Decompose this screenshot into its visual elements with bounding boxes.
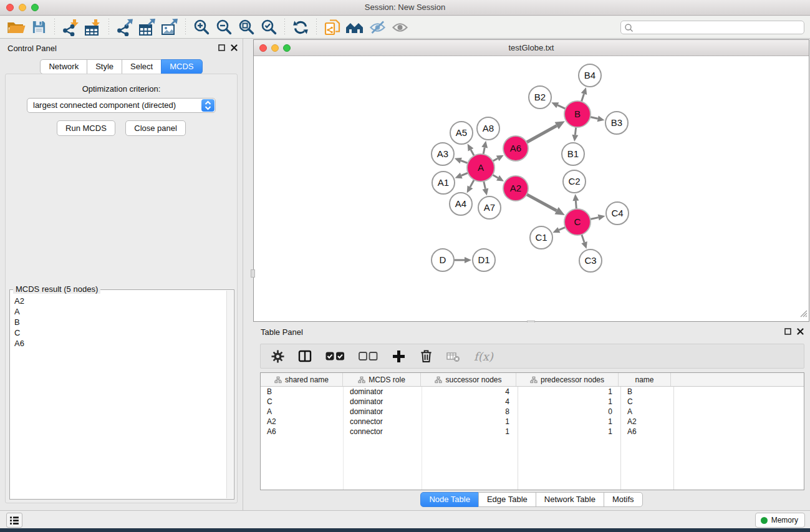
- delete-row-button[interactable]: [419, 349, 433, 363]
- mcds-result-item[interactable]: B: [11, 317, 226, 327]
- mcds-result-item[interactable]: A6: [11, 338, 226, 349]
- edge-A-A7[interactable]: [484, 181, 486, 188]
- edge-C-C3[interactable]: [582, 235, 584, 243]
- node-C1[interactable]: C1: [530, 226, 552, 249]
- node-B4[interactable]: B4: [579, 64, 601, 87]
- zoom-out-button[interactable]: [213, 17, 235, 37]
- tab-network-table[interactable]: Network Table: [536, 492, 604, 507]
- apply-layout-button[interactable]: [289, 17, 312, 37]
- node-C[interactable]: C: [564, 209, 591, 235]
- splitpane-handle[interactable]: [251, 269, 255, 278]
- save-session-button[interactable]: [27, 17, 50, 37]
- export-network-button[interactable]: [113, 17, 136, 37]
- tab-node-table[interactable]: Node Table: [420, 492, 479, 507]
- column-header-mcds-role[interactable]: MCDS role: [343, 373, 421, 386]
- tab-select[interactable]: Select: [122, 59, 162, 74]
- column-header-shared-name[interactable]: shared name: [261, 373, 343, 386]
- column-header-name[interactable]: name: [619, 373, 671, 386]
- edge-A-A4[interactable]: [470, 180, 474, 187]
- table-settings-button[interactable]: [271, 350, 284, 363]
- node-B3[interactable]: B3: [605, 112, 628, 134]
- node-A6[interactable]: A6: [503, 136, 528, 161]
- zoom-selected-button[interactable]: [258, 17, 280, 37]
- node-B2[interactable]: B2: [529, 86, 551, 109]
- edge-B-B4[interactable]: [581, 94, 584, 102]
- table-row[interactable]: A2connector11A2: [261, 417, 804, 427]
- edge-A-A1[interactable]: [461, 173, 468, 175]
- edge-B-B2[interactable]: [557, 105, 566, 109]
- import-network-button[interactable]: [59, 17, 82, 37]
- node-B1[interactable]: B1: [562, 143, 584, 165]
- zoom-fit-button[interactable]: [235, 17, 258, 37]
- tab-network[interactable]: Network: [40, 59, 87, 74]
- edge-A-A6[interactable]: [493, 158, 498, 161]
- node-C2[interactable]: C2: [563, 170, 586, 193]
- edge-B-B1[interactable]: [575, 127, 576, 135]
- mcds-result-item[interactable]: C: [11, 327, 226, 338]
- show-column-button[interactable]: [298, 350, 312, 362]
- deselect-all-rows-button[interactable]: [359, 351, 378, 361]
- memory-button[interactable]: Memory: [755, 513, 805, 528]
- node-D1[interactable]: D1: [473, 249, 495, 271]
- node-A1[interactable]: A1: [432, 172, 455, 194]
- edge-A2-C[interactable]: [527, 195, 557, 211]
- hide-selected-button[interactable]: [366, 17, 388, 37]
- mcds-result-scrollbar[interactable]: [226, 291, 233, 498]
- edge-C-C4[interactable]: [591, 218, 599, 220]
- close-panel-icon[interactable]: [231, 44, 238, 51]
- table-row[interactable]: Cdominator41C: [261, 397, 804, 407]
- tab-motifs[interactable]: Motifs: [604, 492, 643, 507]
- edge-A-A2[interactable]: [493, 175, 498, 178]
- node-A8[interactable]: A8: [477, 117, 499, 140]
- show-all-button[interactable]: [388, 17, 411, 37]
- table-row[interactable]: A6connector11A6: [261, 427, 804, 437]
- mcds-result-item[interactable]: A: [11, 306, 226, 317]
- tab-edge-table[interactable]: Edge Table: [478, 492, 536, 507]
- run-mcds-button[interactable]: Run MCDS: [57, 120, 115, 136]
- resize-grip-icon[interactable]: [799, 309, 808, 321]
- delete-table-button[interactable]: [446, 351, 460, 362]
- column-header-predecessor-nodes[interactable]: predecessor nodes: [516, 373, 619, 386]
- float-panel-icon[interactable]: [784, 328, 791, 335]
- task-history-button[interactable]: [6, 513, 22, 528]
- tab-style[interactable]: Style: [87, 59, 122, 74]
- edge-A-A8[interactable]: [483, 147, 485, 154]
- edge-A-A3[interactable]: [461, 161, 468, 163]
- first-neighbors-button[interactable]: [344, 17, 366, 37]
- edge-B-B3[interactable]: [590, 117, 597, 119]
- node-D[interactable]: D: [432, 249, 454, 271]
- node-A[interactable]: A: [467, 154, 494, 181]
- column-header-successor-nodes[interactable]: successor nodes: [421, 373, 516, 386]
- node-A5[interactable]: A5: [450, 122, 473, 144]
- add-row-button[interactable]: [392, 350, 405, 363]
- export-image-button[interactable]: [158, 17, 181, 37]
- edge-C-C1[interactable]: [559, 227, 565, 230]
- zoom-in-button[interactable]: [190, 17, 213, 37]
- node-A7[interactable]: A7: [478, 196, 501, 219]
- select-all-rows-button[interactable]: [325, 351, 345, 361]
- close-panel-icon[interactable]: [797, 328, 804, 335]
- edge-C-C2[interactable]: [576, 201, 576, 209]
- search-input[interactable]: [620, 21, 804, 34]
- network-canvas[interactable]: B4B2BB3A8A5A6A3B1AC2A1A2A4A7C4CC1DD1C3: [254, 56, 809, 321]
- close-panel-button[interactable]: Close panel: [125, 120, 186, 136]
- import-table-button[interactable]: [82, 17, 104, 37]
- table-row[interactable]: Bdominator41B: [261, 387, 804, 397]
- new-network-from-selection-button[interactable]: [321, 17, 344, 37]
- node-C3[interactable]: C3: [579, 249, 602, 272]
- node-A3[interactable]: A3: [432, 143, 454, 165]
- float-panel-icon[interactable]: [218, 44, 225, 51]
- export-table-button[interactable]: [136, 17, 158, 37]
- mcds-result-item[interactable]: A2: [11, 296, 226, 306]
- edge-A-A5[interactable]: [471, 150, 474, 156]
- open-session-button[interactable]: [5, 17, 27, 37]
- node-C4[interactable]: C4: [606, 202, 629, 225]
- tab-mcds[interactable]: MCDS: [161, 59, 202, 74]
- function-builder-button[interactable]: f(x): [474, 350, 493, 363]
- optimization-criterion-select[interactable]: largest connected component (directed): [27, 98, 216, 113]
- node-B[interactable]: B: [564, 101, 591, 127]
- node-A2[interactable]: A2: [503, 176, 528, 201]
- table-row[interactable]: Adominator80A: [261, 407, 804, 417]
- edge-A6-B[interactable]: [526, 125, 556, 142]
- node-A4[interactable]: A4: [450, 193, 472, 215]
